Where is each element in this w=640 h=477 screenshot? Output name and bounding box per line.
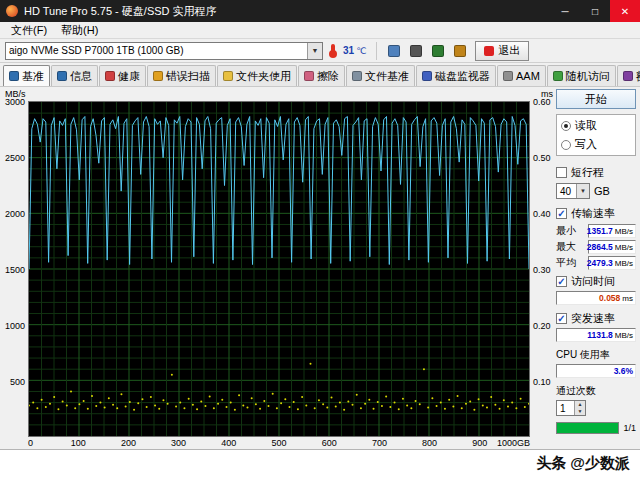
maximize-button[interactable]: □ [580,0,610,22]
short-stroke-checkbox[interactable]: 短行程 [556,165,636,180]
tab-file-benchmark-label: 文件基准 [365,69,409,84]
tab-bar: 基准信息健康错误扫描文件夹使用擦除文件基准磁盘监视器AAM随机访问额外测试 [0,63,640,87]
cpu-usage-label: CPU 使用率 [556,348,636,362]
copy-screenshot-button[interactable] [384,41,404,61]
burst-rate-checkbox[interactable]: 突发速率 [556,311,636,326]
toolbar: aigo NVMe SSD P7000 1TB (1000 GB) ▼ 31 ℃… [0,39,640,63]
tab-random-access[interactable]: 随机访问 [547,65,616,86]
progress-text: 1/1 [623,423,636,433]
pass-count-stepper[interactable]: 1 ▲ ▼ [556,400,586,416]
exit-button[interactable]: 退出 [475,41,529,61]
x-tick-600: 600 [322,438,337,448]
access-time-checkbox[interactable]: 访问时间 [556,274,636,289]
window-title: HD Tune Pro 5.75 - 硬盘/SSD 实用程序 [24,4,550,19]
short-stroke-size-row: 40 ▼ GB [556,183,636,199]
y-left-tick-2500: 2500 [5,153,25,163]
main-area: MB/s ms 30002500200015001000500 0.600.50… [0,87,640,450]
tab-health-label: 健康 [118,69,140,84]
y-right-tick-0.50: 0.50 [533,153,551,163]
tab-extra-tests-label: 额外测试 [636,69,640,84]
max-value: 2864.5 [587,242,613,252]
temperature-unit: ℃ [356,46,366,56]
stepper-up-icon[interactable]: ▲ [575,401,585,408]
short-stroke-size-value: 40 [557,186,576,197]
y-right-tick-0.40: 0.40 [533,209,551,219]
avg-label: 平均 [556,256,576,270]
temperature-widget: 31 ℃ [328,44,369,57]
pass-count-label: 通过次数 [556,384,636,398]
menu-bar: 文件(F) 帮助(H) [0,22,640,39]
toolbar-separator [376,42,377,60]
camera-icon [410,45,422,57]
short-stroke-size-dropdown[interactable]: 40 ▼ [556,183,590,199]
start-button[interactable]: 开始 [556,89,636,109]
x-tick-700: 700 [372,438,387,448]
tab-error-scan[interactable]: 错误扫描 [147,65,216,86]
tab-info-label: 信息 [70,69,92,84]
tab-error-scan-label: 错误扫描 [166,69,210,84]
read-radio[interactable]: 读取 [561,118,631,133]
tab-aam[interactable]: AAM [497,65,546,86]
tab-file-benchmark[interactable]: 文件基准 [346,65,415,86]
y-left-tick-2000: 2000 [5,209,25,219]
temperature-value: 31 [343,45,354,56]
tab-folder-usage-label: 文件夹使用 [236,69,291,84]
drive-select-combo[interactable]: aigo NVMe SSD P7000 1TB (1000 GB) ▼ [5,42,323,60]
tab-benchmark[interactable]: 基准 [3,65,50,86]
tab-health[interactable]: 健康 [99,65,146,86]
y-axis-left-labels: 30002500200015001000500 [4,101,28,437]
tab-info-icon [57,71,67,81]
screenshot-folder-button[interactable] [450,41,470,61]
read-radio-label: 读取 [575,118,597,133]
minimize-button[interactable]: ─ [550,0,580,22]
title-bar: HD Tune Pro 5.75 - 硬盘/SSD 实用程序 ─ □ ✕ [0,0,640,22]
progress-bar-fill [557,423,618,433]
max-unit: MB/s [615,243,633,252]
close-button[interactable]: ✕ [610,0,640,22]
stepper-arrows[interactable]: ▲ ▼ [574,401,585,415]
tab-info[interactable]: 信息 [51,65,98,86]
tab-random-access-icon [553,71,563,81]
tab-error-scan-icon [153,71,163,81]
tab-disk-monitor-icon [422,71,432,81]
burst-rate-checkbox-icon [556,313,567,324]
transfer-rate-checkbox[interactable]: 传输速率 [556,206,636,221]
min-unit: MB/s [615,227,633,236]
menu-help[interactable]: 帮助(H) [54,23,105,38]
drive-select-value: aigo NVMe SSD P7000 1TB (1000 GB) [6,45,307,56]
tab-benchmark-label: 基准 [22,69,44,84]
tab-erase[interactable]: 擦除 [298,65,345,86]
x-tick-0: 0 [28,438,33,448]
toolbar-icons [384,41,470,61]
access-time-value: 0.058 [599,293,620,303]
transfer-rate-label: 传输速率 [571,206,615,221]
min-value: 1351.7 [587,226,613,236]
save-screenshot-icon [432,45,444,57]
chevron-down-icon[interactable]: ▼ [307,43,322,59]
cpu-usage-value-box: 3.6% [556,364,636,378]
stepper-down-icon[interactable]: ▼ [575,408,585,415]
axis-units: MB/s ms [4,89,554,101]
tab-folder-usage-icon [223,71,233,81]
x-tick-300: 300 [171,438,186,448]
x-tick-400: 400 [221,438,236,448]
copy-screenshot-icon [388,45,400,57]
save-screenshot-button[interactable] [428,41,448,61]
tab-folder-usage[interactable]: 文件夹使用 [217,65,297,86]
tab-aam-label: AAM [516,70,540,82]
write-radio-icon [561,140,571,150]
tab-disk-monitor[interactable]: 磁盘监视器 [416,65,496,86]
write-radio[interactable]: 写入 [561,137,631,152]
tab-extra-tests[interactable]: 额外测试 [617,65,640,86]
watermark-text: 头条 @少数派 [536,454,630,473]
max-label: 最大 [556,240,576,254]
x-tick-800: 800 [422,438,437,448]
bottom-strip: 头条 @少数派 [0,450,640,477]
read-radio-icon [561,121,571,131]
menu-file[interactable]: 文件(F) [4,23,54,38]
camera-button[interactable] [406,41,426,61]
chevron-down-icon[interactable]: ▼ [576,184,589,198]
exit-icon [484,46,494,56]
min-stat-row: 最小 1351.7 MB/s [556,224,636,238]
avg-unit: MB/s [615,259,633,268]
